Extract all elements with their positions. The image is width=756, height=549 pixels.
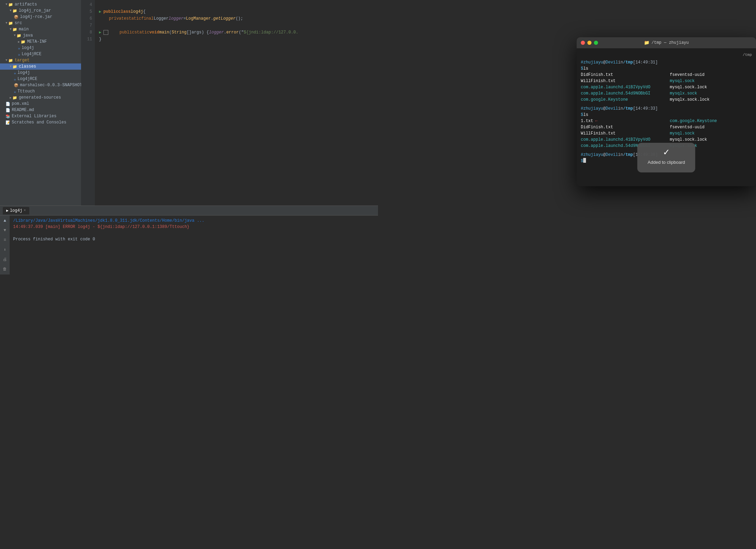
parens1: (); [236,15,243,22]
folder-icon: 📁 [12,96,17,100]
scroll-up-button[interactable]: ▲ [1,217,9,224]
sidebar-item-log4j-rce-jar[interactable]: 📦 log4j-rce.jar [0,14,81,20]
folder-icon: 📁 [21,40,26,44]
code-editor[interactable]: 4 5 6 7 8 11 ▶ public class log4j { [81,0,378,206]
sidebar-item-src[interactable]: ▼ 📁 src [0,20,81,26]
sidebar-item-label: Tttouch [18,89,35,94]
folder-icon: 📁 [12,64,17,69]
sidebar-item-external-libraries[interactable]: 📚 External Libraries [0,113,81,119]
sidebar-item-label: artifacts [14,2,37,7]
chevron-right-icon: ▶ [10,96,11,100]
code-line-6: private static final Logger logger = Log… [99,15,374,22]
console-error: 14:49:37.039 [main] ERROR log4j - ${jndi… [13,224,189,229]
chevron-right-icon: ▶ [18,40,20,44]
sidebar-item-scratches[interactable]: 📝 Scratches and Consoles [0,119,81,126]
type-logger: Logger [153,15,168,22]
code-line-11: } [99,36,374,43]
run-button-2[interactable]: ▶ [99,29,101,36]
folder-icon: 📁 [12,27,17,32]
kw-private: private [109,15,126,22]
folder-icon: 📁 [12,9,17,13]
var-logger2: logger [209,29,224,36]
jar-icon: 📦 [14,83,19,88]
sidebar-item-label: java [23,33,33,38]
run-tab-icon: ▶ [6,208,9,213]
chevron-down-icon: ▼ [6,3,7,6]
panel-tab-log4j[interactable]: ▶ log4j × [3,207,29,214]
sidebar-item-readme-md[interactable]: 📄 README.md [0,107,81,113]
print-button[interactable]: 🖨 [1,256,9,263]
sidebar-item-label: marshalsec-0.0.3-SNAPSHOT-all.jar [20,83,81,88]
sidebar-item-label: main [19,27,29,32]
classname: log4j [131,8,143,15]
code-line-5: ▶ public class log4j { [99,8,374,15]
sidebar-item-Log4jRCE[interactable]: ☕ Log4jRCE [0,51,81,57]
console-path: /Library/Java/JavaVirtualMachines/jdk1.8… [13,218,205,223]
console-exit-text: Process finished with exit code 0 [13,237,95,242]
sidebar-item-label: target [14,58,29,63]
brace-close: } [99,36,101,43]
sidebar-item-java[interactable]: ▼ 📁 java [0,32,81,39]
breakpoint-box[interactable] [103,30,108,35]
method-getlogger: getLogger [213,15,236,22]
sidebar-item-label: classes [19,64,36,69]
sidebar-item-generated-sources[interactable]: ▶ 📁 generated-sources [0,94,81,101]
classname-logmanager: LogManager [186,15,211,22]
sidebar-item-label: Log4jRCE [18,77,38,81]
chevron-down-icon: ▼ [10,65,11,68]
sidebar-item-label: Scratches and Consoles [12,120,66,125]
java-icon: ☕ [18,46,20,50]
panel-content: ▲ ▼ ≡ ⬇ 🖨 🗑 /Library/Java/JavaVirtualMac… [0,216,378,274]
sidebar-item-classes[interactable]: ▼ 📁 classes [0,63,81,70]
sidebar-item-artifacts[interactable]: ▼ 📁 artifacts [0,1,81,8]
sidebar-item-label: log4j-rce.jar [20,14,52,19]
line-num-6: 6 [90,15,92,22]
scroll-down-button[interactable]: ▼ [1,227,9,234]
app-container: ▼ 📁 artifacts ▼ 📁 log4j_rce_jar 📦 log4j-… [0,0,378,274]
run-button[interactable]: ▶ [99,8,101,15]
code-line-4 [99,1,374,8]
sidebar-item-label: README.md [12,108,34,112]
dot1: . [211,15,213,22]
sidebar-item-META-INF[interactable]: ▶ 📁 META-INF [0,39,81,45]
clear-button[interactable]: 🗑 [1,265,9,273]
sidebar-item-label: Log4jRCE [22,52,42,57]
keyword-class: class [118,8,131,15]
sidebar-item-label: External Libraries [12,114,57,119]
tab-close-button[interactable]: × [24,209,26,212]
line-num-4: 4 [90,1,92,8]
var-logger: logger [169,15,183,22]
sidebar-item-main[interactable]: ▼ 📁 main [0,26,81,32]
sidebar-item-marshalsec-jar[interactable]: 📦 marshalsec-0.0.3-SNAPSHOT-all.jar [0,82,81,88]
sidebar-item-label: log4j [22,46,34,50]
sidebar-item-label: META-INF [27,39,47,44]
sidebar-item-pom-xml[interactable]: 📄 pom.xml [0,101,81,107]
sidebar-item-log4j[interactable]: ☕ log4j [0,45,81,51]
sidebar-item-log4j_rce_jar[interactable]: ▼ 📁 log4j_rce_jar [0,8,81,14]
code-line-8: ▶ public static void main ( String [] ar… [99,29,374,36]
chevron-down-icon: ▼ [6,21,7,25]
line-num-8: 8 [90,29,92,36]
bottom-panel: ▶ log4j × ▲ ▼ ≡ ⬇ 🖨 🗑 /Library/Java/Java… [0,206,378,274]
sidebar-item-Log4jRCE-class[interactable]: ☕ Log4jRCE [0,76,81,82]
xml-icon: 📄 [6,102,10,106]
download-button[interactable]: ⬇ [1,246,9,253]
sidebar-item-target[interactable]: ▼ 📁 target [0,57,81,63]
sidebar-item-label: src [14,21,22,26]
folder-icon: 📁 [8,2,13,7]
jar-icon: 📦 [14,15,19,19]
chevron-down-icon: ▼ [6,59,7,62]
java-icon: ☕ [18,52,20,57]
console-line-2: 14:49:37.039 [main] ERROR log4j - ${jndi… [13,224,375,230]
sidebar-item-log4j-class[interactable]: ☕ log4j [0,70,81,76]
sidebar-item-Tttouch[interactable]: ☕ Tttouch [0,88,81,94]
java-icon: ☕ [14,89,16,94]
method-error: error [226,29,239,36]
console-line-4: Process finished with exit code 0 [13,236,375,242]
method-main: main [159,29,169,36]
param-args: args [191,29,201,36]
param-close: ) { [201,29,209,36]
lib-icon: 📚 [6,114,10,119]
java-icon: ☕ [14,77,16,81]
wrap-button[interactable]: ≡ [1,236,9,244]
